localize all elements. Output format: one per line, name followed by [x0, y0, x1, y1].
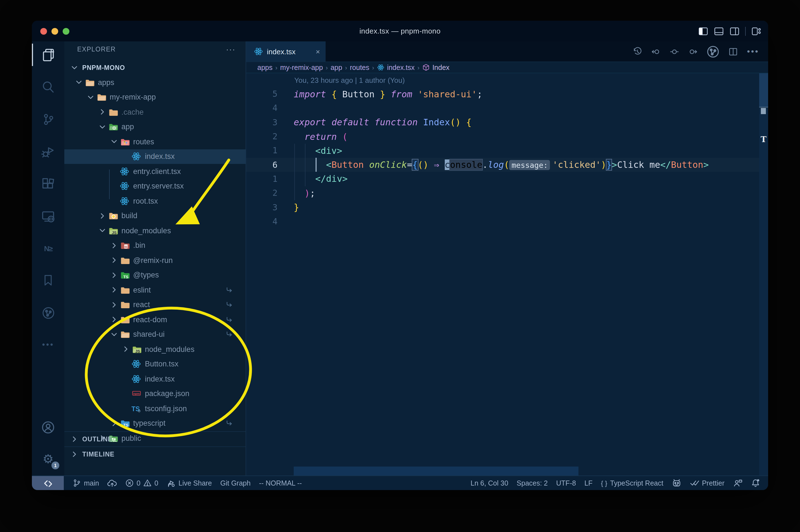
tree-item--cache[interactable]: .cache — [64, 104, 246, 119]
code-line-1[interactable]: 1 <div> — [246, 144, 768, 158]
chevron-right-icon[interactable] — [110, 256, 119, 265]
chevron-down-icon[interactable] — [74, 78, 83, 87]
activity-explorer[interactable] — [32, 44, 64, 66]
status-vim-mode[interactable]: -- NORMAL -- — [259, 479, 302, 487]
tree-item-react-dom[interactable]: react-dom — [64, 312, 246, 327]
explorer-more-actions-icon[interactable]: ··· — [226, 45, 235, 54]
close-tab-icon[interactable]: × — [316, 47, 320, 56]
tree-item-entry-client-tsx[interactable]: entry.client.tsx — [64, 164, 246, 179]
activity-search[interactable] — [32, 76, 64, 98]
nav-forward-icon[interactable] — [688, 47, 698, 56]
activity-source-control[interactable] — [32, 108, 64, 130]
status-eol[interactable]: LF — [584, 479, 592, 487]
chevron-down-icon[interactable] — [98, 226, 107, 235]
activity-more-views[interactable]: ••• — [32, 334, 64, 356]
layout-sidebar-right-icon[interactable] — [729, 26, 740, 36]
activity-bookmarks[interactable] — [32, 269, 64, 291]
status-language-mode[interactable]: { }TypeScript React — [601, 479, 663, 487]
chevron-right-icon[interactable] — [110, 315, 119, 324]
tab-index-tsx[interactable]: index.tsx × — [246, 41, 326, 61]
activity-extensions[interactable] — [32, 173, 64, 195]
chevron-right-icon[interactable] — [98, 108, 107, 117]
remote-indicator[interactable] — [32, 476, 64, 490]
activity-nx-console[interactable]: N≥ — [32, 237, 64, 260]
tree-item--remix-run[interactable]: @remix-run — [64, 253, 246, 268]
layout-customize-icon[interactable] — [751, 26, 761, 36]
status-branch[interactable]: main — [73, 479, 99, 487]
status-sync[interactable] — [108, 478, 117, 488]
tree-item-package-json[interactable]: npmpackage.json — [64, 386, 246, 401]
vertical-scrollbar[interactable] — [759, 73, 768, 475]
code-line-6[interactable]: 6 <Button onClick={() ⇒ console.log(mess… — [246, 158, 768, 172]
code-line-4[interactable]: 4 — [246, 101, 768, 115]
horizontal-scrollbar-thumb[interactable] — [293, 467, 578, 475]
code-line-2[interactable]: 2 ); — [246, 186, 768, 200]
status-git-graph[interactable]: Git Graph — [221, 479, 251, 487]
activity-settings[interactable]: ⚙1 — [32, 448, 64, 471]
tree-item--bin[interactable]: 01.bin — [64, 238, 246, 253]
tree-item-build[interactable]: build — [64, 208, 246, 223]
breadcrumb-item-apps[interactable]: apps — [258, 63, 272, 71]
breadcrumb-item-app[interactable]: app — [331, 63, 342, 71]
chevron-right-icon[interactable] — [121, 345, 130, 354]
tree-item-button-tsx[interactable]: Button.tsx — [64, 357, 246, 372]
tree-item-routes[interactable]: routes — [64, 134, 246, 149]
chevron-down-icon[interactable] — [110, 137, 119, 146]
breadcrumb-item-index-tsx[interactable]: index.tsx — [377, 63, 415, 71]
status-notifications[interactable] — [751, 478, 760, 488]
status-live-share[interactable]: Live Share — [167, 479, 212, 488]
tree-item-index-tsx[interactable]: index.tsx — [64, 149, 246, 164]
status-feedback[interactable] — [733, 478, 742, 488]
code-editor[interactable]: You, 23 hours ago | 1 author (You) 5impo… — [246, 73, 768, 475]
status-prettier[interactable]: Prettier — [689, 478, 724, 488]
chevron-right-icon[interactable] — [98, 211, 107, 221]
chevron-right-icon[interactable] — [110, 286, 119, 294]
chevron-down-icon[interactable] — [110, 330, 119, 339]
layout-sidebar-left-icon[interactable] — [698, 26, 708, 36]
status-cursor-position[interactable]: Ln 6, Col 30 — [471, 479, 508, 487]
tree-root-pnpm-mono[interactable]: PNPM-MONO — [64, 60, 246, 75]
nav-location-icon[interactable] — [670, 47, 679, 56]
tree-item-shared-ui[interactable]: shared-ui — [64, 327, 246, 342]
chevron-down-icon[interactable] — [86, 93, 95, 102]
code-line-3[interactable]: 3} — [246, 200, 768, 214]
activity-git-graph[interactable] — [32, 302, 64, 324]
activity-account[interactable] — [32, 416, 64, 439]
tree-item-app[interactable]: ⚙app — [64, 119, 246, 134]
tree-item-eslint[interactable]: eslint — [64, 283, 246, 297]
chevron-right-icon[interactable] — [110, 241, 119, 250]
tree-item-node-modules[interactable]: JSnode_modules — [64, 342, 246, 357]
tree-item-react[interactable]: react — [64, 297, 246, 312]
breadcrumb-item-routes[interactable]: routes — [350, 63, 369, 71]
code-line-2[interactable]: 2 return ( — [246, 130, 768, 144]
ellipsis-icon[interactable]: ••• — [747, 46, 759, 57]
breadcrumb-item-my-remix-app[interactable]: my-remix-app — [280, 63, 323, 71]
code-line-1[interactable]: 1 </div> — [246, 172, 768, 186]
chevron-down-icon[interactable] — [98, 122, 107, 131]
history-icon[interactable] — [633, 47, 642, 56]
outline-section[interactable]: OUTLINE — [64, 431, 246, 446]
git-graph-circle-icon[interactable] — [707, 45, 720, 58]
tree-item-my-remix-app[interactable]: my-remix-app — [64, 90, 246, 104]
tree-item-root-tsx[interactable]: root.tsx — [64, 193, 246, 208]
chevron-right-icon[interactable] — [110, 419, 119, 428]
chevron-right-icon[interactable] — [110, 300, 119, 309]
code-line-4[interactable]: 4 — [246, 214, 768, 229]
tree-item-apps[interactable]: apps — [64, 75, 246, 90]
nav-back-icon[interactable] — [651, 47, 661, 56]
chevron-right-icon[interactable] — [110, 271, 119, 280]
status-problems[interactable]: 00 — [125, 479, 158, 487]
tree-item-node-modules[interactable]: JSnode_modules — [64, 223, 246, 238]
layout-panel-icon[interactable] — [714, 26, 724, 36]
status-indentation[interactable]: Spaces: 2 — [517, 479, 548, 487]
breadcrumb-item-index[interactable]: Index — [422, 63, 450, 71]
tree-item-typescript[interactable]: TStypescript — [64, 416, 246, 431]
status-extension-face[interactable] — [672, 478, 681, 488]
tree-item--types[interactable]: TS@types — [64, 268, 246, 283]
tree-item-index-tsx[interactable]: index.tsx — [64, 372, 246, 386]
vertical-scrollbar-thumb[interactable] — [759, 73, 768, 108]
code-line-3[interactable]: 3export default function Index() { — [246, 115, 768, 130]
split-editor-icon[interactable] — [728, 47, 738, 56]
code-line-5[interactable]: 5import { Button } from 'shared-ui'; — [246, 87, 768, 101]
activity-run-debug[interactable] — [32, 140, 64, 163]
